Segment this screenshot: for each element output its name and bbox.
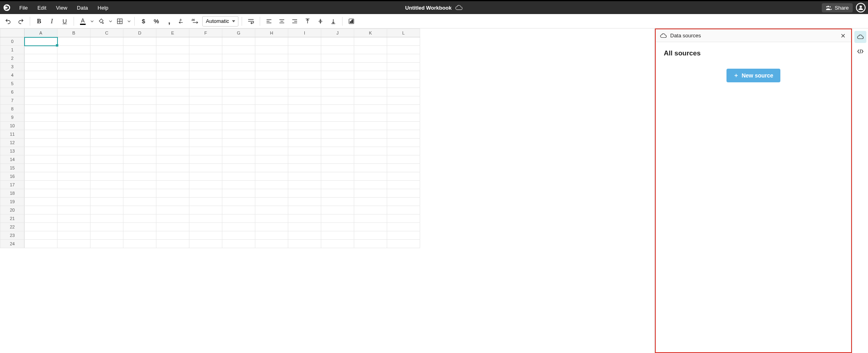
cell[interactable] — [57, 223, 90, 231]
row-header[interactable]: 14 — [0, 155, 25, 164]
cell[interactable] — [321, 181, 354, 189]
cell[interactable] — [25, 130, 57, 139]
cell[interactable] — [255, 155, 288, 164]
cell[interactable] — [288, 147, 321, 155]
cell[interactable] — [189, 71, 222, 80]
cell[interactable] — [25, 181, 57, 189]
cell[interactable] — [156, 206, 189, 214]
cell[interactable] — [354, 198, 387, 206]
cell[interactable] — [156, 63, 189, 71]
cell[interactable] — [354, 122, 387, 130]
cell[interactable] — [25, 46, 57, 54]
cell[interactable] — [90, 54, 123, 63]
row-header[interactable]: 22 — [0, 223, 25, 231]
cell[interactable] — [25, 80, 57, 88]
cell[interactable] — [255, 164, 288, 172]
cell[interactable] — [255, 223, 288, 231]
cell[interactable] — [354, 139, 387, 147]
cell[interactable] — [288, 96, 321, 105]
cell[interactable] — [255, 80, 288, 88]
cell[interactable] — [189, 139, 222, 147]
cell[interactable] — [222, 147, 255, 155]
number-format-select[interactable]: Automatic — [202, 16, 238, 27]
row-header[interactable]: 10 — [0, 122, 25, 130]
cell[interactable] — [222, 198, 255, 206]
cell[interactable] — [354, 223, 387, 231]
cell[interactable] — [123, 139, 156, 147]
cell[interactable] — [25, 113, 57, 122]
cell[interactable] — [189, 80, 222, 88]
cell[interactable] — [57, 71, 90, 80]
cell[interactable] — [123, 231, 156, 240]
cell[interactable] — [156, 189, 189, 198]
row-header[interactable]: 16 — [0, 172, 25, 181]
cell[interactable] — [90, 80, 123, 88]
cell[interactable] — [123, 63, 156, 71]
cell[interactable] — [387, 122, 420, 130]
cell[interactable] — [321, 214, 354, 223]
cell[interactable] — [222, 240, 255, 248]
cell[interactable] — [189, 155, 222, 164]
cell[interactable] — [25, 231, 57, 240]
cell[interactable] — [25, 105, 57, 113]
row-header[interactable]: 9 — [0, 113, 25, 122]
row-header[interactable]: 12 — [0, 139, 25, 147]
cell[interactable] — [288, 139, 321, 147]
align-top-button[interactable] — [302, 16, 313, 27]
cell[interactable] — [387, 37, 420, 46]
cell[interactable] — [321, 54, 354, 63]
menu-edit[interactable]: Edit — [33, 3, 50, 12]
cell[interactable] — [387, 189, 420, 198]
cell[interactable] — [387, 147, 420, 155]
insert-chart-button[interactable] — [346, 16, 357, 27]
text-color-chevron-icon[interactable] — [90, 16, 94, 27]
cell[interactable] — [288, 88, 321, 96]
app-logo[interactable] — [2, 3, 11, 12]
cell[interactable] — [90, 164, 123, 172]
cell[interactable] — [288, 80, 321, 88]
row-header[interactable]: 21 — [0, 214, 25, 223]
cell[interactable] — [123, 164, 156, 172]
cell[interactable] — [354, 155, 387, 164]
cell[interactable] — [288, 172, 321, 181]
cell[interactable] — [255, 88, 288, 96]
cell[interactable] — [123, 214, 156, 223]
cell[interactable] — [321, 240, 354, 248]
cell[interactable] — [57, 198, 90, 206]
wrap-text-button[interactable] — [245, 16, 257, 27]
cell[interactable] — [387, 223, 420, 231]
cell[interactable] — [387, 130, 420, 139]
cell[interactable] — [25, 63, 57, 71]
borders-chevron-icon[interactable] — [127, 16, 131, 27]
cell[interactable] — [387, 164, 420, 172]
new-source-button[interactable]: New source — [726, 69, 781, 82]
cell[interactable] — [25, 88, 57, 96]
cell[interactable] — [25, 172, 57, 181]
decrease-decimal-button[interactable]: .0 — [176, 16, 188, 27]
column-header[interactable]: B — [57, 29, 90, 37]
row-header[interactable]: 24 — [0, 240, 25, 248]
cell[interactable] — [255, 130, 288, 139]
cell[interactable] — [57, 189, 90, 198]
cell[interactable] — [57, 96, 90, 105]
cell[interactable] — [288, 46, 321, 54]
cell[interactable] — [25, 122, 57, 130]
cell[interactable] — [387, 231, 420, 240]
cell[interactable] — [321, 130, 354, 139]
cell[interactable] — [222, 172, 255, 181]
cell[interactable] — [57, 231, 90, 240]
cell[interactable] — [255, 113, 288, 122]
cell[interactable] — [57, 80, 90, 88]
underline-button[interactable]: U — [59, 16, 70, 27]
cell[interactable] — [387, 105, 420, 113]
cell[interactable] — [288, 71, 321, 80]
cell[interactable] — [57, 155, 90, 164]
cell[interactable] — [90, 198, 123, 206]
cell[interactable] — [57, 46, 90, 54]
cell[interactable] — [354, 88, 387, 96]
fill-color-button[interactable] — [96, 16, 107, 27]
cell[interactable] — [156, 223, 189, 231]
cell[interactable] — [288, 223, 321, 231]
cell[interactable] — [222, 155, 255, 164]
cell[interactable] — [156, 172, 189, 181]
